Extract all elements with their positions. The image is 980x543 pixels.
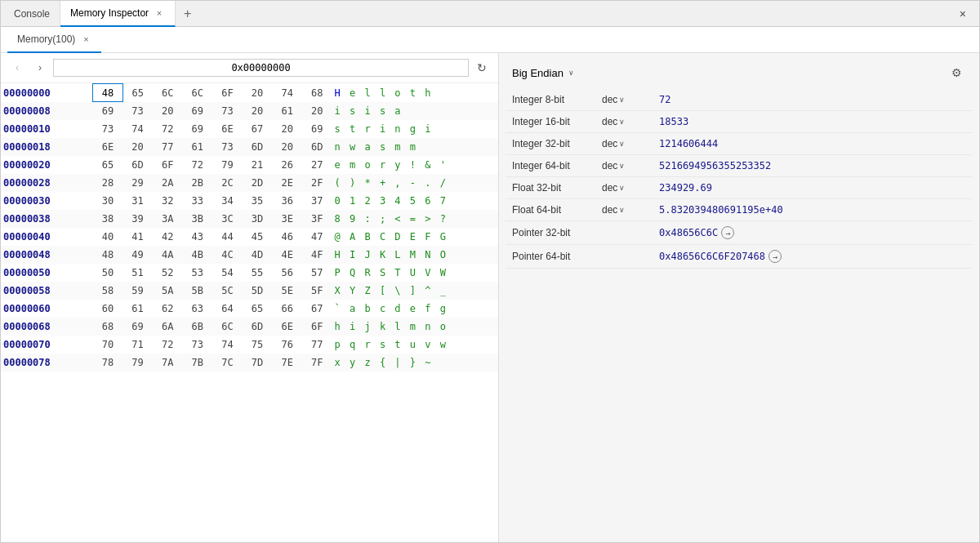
pointer-follow-button[interactable]: → bbox=[721, 226, 734, 239]
hex-cell[interactable]: 46 bbox=[272, 228, 302, 246]
hex-cell[interactable]: 2E bbox=[272, 174, 302, 192]
hex-cell[interactable]: 7B bbox=[183, 354, 213, 372]
hex-cell[interactable]: 48 bbox=[93, 246, 123, 264]
hex-cell[interactable]: 39 bbox=[122, 210, 153, 228]
hex-cell[interactable]: 4A bbox=[153, 246, 183, 264]
hex-cell[interactable]: 40 bbox=[93, 228, 123, 246]
hex-cell[interactable]: 52 bbox=[153, 264, 183, 282]
hex-cell[interactable]: 4E bbox=[272, 246, 302, 264]
hex-cell[interactable]: 72 bbox=[183, 156, 213, 174]
hex-cell[interactable]: 66 bbox=[272, 300, 302, 318]
hex-cell[interactable]: 72 bbox=[153, 336, 183, 354]
hex-cell[interactable]: 6D bbox=[243, 138, 273, 156]
hex-cell[interactable]: 36 bbox=[272, 192, 302, 210]
hex-cell[interactable]: 3F bbox=[302, 210, 332, 228]
hex-cell[interactable]: 2B bbox=[183, 174, 213, 192]
hex-cell[interactable]: 69 bbox=[93, 102, 123, 120]
hex-cell[interactable]: 61 bbox=[183, 138, 213, 156]
hex-cell[interactable]: 56 bbox=[272, 264, 302, 282]
hex-cell[interactable]: 35 bbox=[243, 192, 273, 210]
hex-cell[interactable]: 6B bbox=[183, 318, 213, 336]
hex-cell[interactable]: 5E bbox=[272, 282, 302, 300]
hex-cell[interactable]: 68 bbox=[302, 84, 332, 102]
hex-cell[interactable]: 3D bbox=[243, 210, 273, 228]
hex-cell[interactable]: 61 bbox=[272, 102, 302, 120]
hex-cell[interactable]: 54 bbox=[212, 264, 243, 282]
hex-cell[interactable]: 4D bbox=[243, 246, 273, 264]
hex-cell[interactable]: 20 bbox=[122, 138, 153, 156]
sub-tab-memory-100[interactable]: Memory(100) × bbox=[7, 27, 101, 53]
hex-cell[interactable]: 6D bbox=[122, 156, 153, 174]
hex-cell[interactable]: 6F bbox=[302, 318, 332, 336]
hex-cell[interactable]: 3C bbox=[212, 210, 243, 228]
hex-cell[interactable]: 2F bbox=[302, 174, 332, 192]
hex-cell[interactable]: 73 bbox=[122, 102, 153, 120]
hex-cell[interactable]: 20 bbox=[272, 120, 302, 138]
hex-cell[interactable]: 78 bbox=[93, 354, 123, 372]
hex-cell[interactable]: 3A bbox=[153, 210, 183, 228]
hex-cell[interactable]: 4B bbox=[183, 246, 213, 264]
hex-cell[interactable]: 20 bbox=[243, 84, 273, 102]
hex-cell[interactable]: 37 bbox=[302, 192, 332, 210]
hex-cell[interactable]: 6F bbox=[212, 84, 243, 102]
hex-cell[interactable]: 73 bbox=[212, 102, 243, 120]
hex-cell[interactable]: 6C bbox=[212, 318, 243, 336]
hex-cell[interactable]: 76 bbox=[272, 336, 302, 354]
hex-cell[interactable]: 5B bbox=[183, 282, 213, 300]
hex-cell[interactable]: 69 bbox=[183, 102, 213, 120]
pointer-follow-button[interactable]: → bbox=[768, 250, 782, 263]
hex-cell[interactable]: 6D bbox=[243, 318, 273, 336]
hex-cell[interactable]: 38 bbox=[93, 210, 123, 228]
data-type-format[interactable]: dec∨ bbox=[602, 182, 659, 194]
hex-cell[interactable]: 62 bbox=[153, 300, 183, 318]
hex-cell[interactable]: 2D bbox=[243, 174, 273, 192]
hex-cell[interactable]: 73 bbox=[212, 138, 243, 156]
hex-cell[interactable]: 2C bbox=[212, 174, 243, 192]
hex-cell[interactable]: 6E bbox=[93, 138, 123, 156]
tab-memory-inspector-close[interactable]: × bbox=[154, 7, 165, 19]
hex-cell[interactable]: 74 bbox=[212, 336, 243, 354]
back-button[interactable]: ‹ bbox=[7, 58, 27, 78]
sub-tab-close[interactable]: × bbox=[80, 33, 91, 45]
hex-cell[interactable]: 7C bbox=[212, 354, 243, 372]
hex-cell[interactable]: 33 bbox=[183, 192, 213, 210]
hex-cell[interactable]: 47 bbox=[302, 228, 332, 246]
hex-cell[interactable]: 71 bbox=[122, 336, 153, 354]
hex-cell[interactable]: 77 bbox=[302, 336, 332, 354]
hex-cell[interactable]: 31 bbox=[122, 192, 153, 210]
hex-cell[interactable]: 4C bbox=[212, 246, 243, 264]
hex-cell[interactable]: 67 bbox=[302, 300, 332, 318]
hex-cell[interactable]: 63 bbox=[183, 300, 213, 318]
hex-cell[interactable]: 43 bbox=[183, 228, 213, 246]
hex-cell[interactable]: 51 bbox=[122, 264, 153, 282]
hex-cell[interactable]: 64 bbox=[212, 300, 243, 318]
hex-cell[interactable]: 58 bbox=[93, 282, 123, 300]
hex-cell[interactable]: 28 bbox=[93, 174, 123, 192]
hex-cell[interactable]: 69 bbox=[122, 318, 153, 336]
hex-cell[interactable]: 6A bbox=[153, 318, 183, 336]
hex-cell[interactable]: 7E bbox=[272, 354, 302, 372]
hex-cell[interactable]: 70 bbox=[93, 336, 123, 354]
forward-button[interactable]: › bbox=[30, 58, 50, 78]
hex-cell[interactable]: 5D bbox=[243, 282, 273, 300]
hex-cell[interactable]: 6E bbox=[212, 120, 243, 138]
hex-cell[interactable]: 55 bbox=[243, 264, 273, 282]
hex-cell[interactable]: 77 bbox=[153, 138, 183, 156]
hex-cell[interactable]: 20 bbox=[153, 102, 183, 120]
hex-cell[interactable]: 29 bbox=[122, 174, 153, 192]
data-type-format[interactable]: dec∨ bbox=[602, 94, 659, 105]
hex-cell[interactable]: 30 bbox=[93, 192, 123, 210]
hex-cell[interactable]: 32 bbox=[153, 192, 183, 210]
data-type-format[interactable]: dec∨ bbox=[602, 204, 659, 216]
hex-cell[interactable]: 3B bbox=[183, 210, 213, 228]
hex-cell[interactable]: 50 bbox=[93, 264, 123, 282]
hex-cell[interactable]: 34 bbox=[212, 192, 243, 210]
hex-cell[interactable]: 44 bbox=[212, 228, 243, 246]
data-type-format[interactable]: dec∨ bbox=[602, 138, 659, 149]
hex-cell[interactable]: 73 bbox=[93, 120, 123, 138]
hex-cell[interactable]: 72 bbox=[153, 120, 183, 138]
hex-cell[interactable]: 74 bbox=[272, 84, 302, 102]
endian-select[interactable]: Big Endian ∨ bbox=[512, 67, 574, 79]
address-input[interactable] bbox=[53, 59, 469, 77]
hex-cell[interactable]: 7A bbox=[153, 354, 183, 372]
